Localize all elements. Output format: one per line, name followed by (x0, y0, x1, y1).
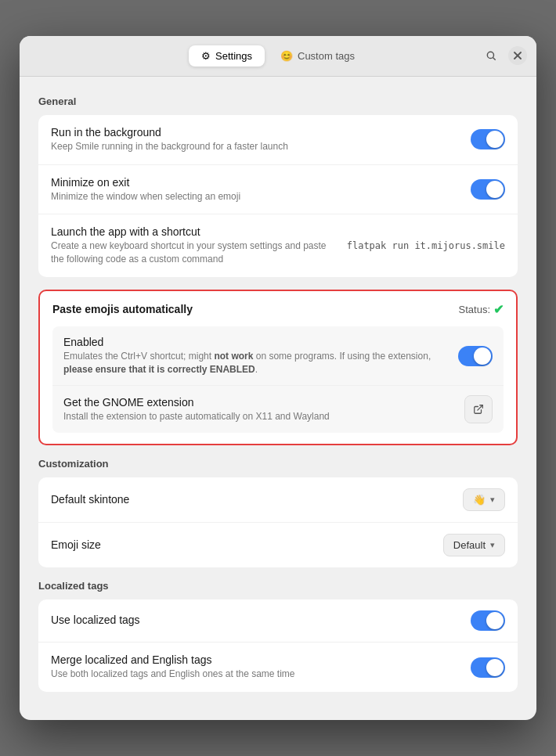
enabled-row: Enabled Emulates the Ctrl+V shortcut; mi… (52, 326, 504, 387)
emoji-size-text: Emoji size (51, 538, 443, 553)
gnome-extension-row: Get the GNOME extension Install the exte… (52, 386, 504, 433)
paste-title: Paste emojis automatically (52, 303, 193, 315)
merge-tags-text: Merge localized and English tags Use bot… (51, 653, 471, 681)
titlebar-actions (480, 45, 527, 67)
customization-card: Default skintone 👋 ▾ Emoji size Default … (38, 477, 518, 567)
minimize-exit-text: Minimize on exit Minimize the window whe… (51, 176, 471, 203)
shortcut-code: flatpak run it.mijorus.smile (347, 240, 505, 251)
emoji-size-label: Default (453, 539, 486, 551)
localized-section-title: Localized tags (38, 580, 518, 592)
use-localized-title: Use localized tags (51, 614, 458, 626)
skintone-dropdown-button[interactable]: 👋 ▾ (463, 488, 505, 511)
launch-shortcut-title: Launch the app with a shortcut (51, 225, 334, 238)
use-localized-row: Use localized tags (38, 599, 518, 643)
status-label: Status: (459, 304, 490, 315)
launch-shortcut-text: Launch the app with a shortcut Create a … (51, 225, 347, 266)
merge-tags-row: Merge localized and English tags Use bot… (38, 643, 518, 692)
run-background-desc: Keep Smile running in the background for… (51, 140, 458, 153)
custom-tags-tab-label: Custom tags (298, 50, 355, 62)
run-background-toggle[interactable] (471, 129, 505, 149)
minimize-exit-row: Minimize on exit Minimize the window whe… (38, 165, 518, 215)
use-localized-toggle[interactable] (471, 610, 505, 631)
general-card: Run in the background Keep Smile running… (38, 115, 518, 277)
launch-shortcut-desc: Create a new keyboard shortcut in your s… (51, 239, 334, 266)
status-check-icon: ✔ (493, 302, 504, 317)
paste-section: Paste emojis automatically Status: ✔ Ena… (38, 290, 518, 446)
emoji-size-title: Emoji size (51, 538, 431, 551)
emoji-size-row: Emoji size Default ▾ (38, 523, 518, 567)
gnome-extension-desc: Install the extension to paste automatic… (63, 410, 452, 423)
launch-shortcut-row: Launch the app with a shortcut Create a … (38, 214, 518, 277)
emoji-size-chevron-icon: ▾ (490, 540, 495, 550)
titlebar: ⚙ Settings 😊 Custom tags (20, 36, 536, 77)
paste-header: Paste emojis automatically Status: ✔ (52, 302, 504, 317)
skintone-text: Default skintone (51, 493, 463, 507)
tab-group: ⚙ Settings 😊 Custom tags (189, 45, 367, 67)
content-area: General Run in the background Keep Smile… (20, 77, 536, 721)
merge-tags-title: Merge localized and English tags (51, 653, 458, 666)
enabled-desc: Emulates the Ctrl+V shortcut; might not … (63, 350, 446, 376)
general-section-title: General (38, 95, 518, 107)
merge-tags-toggle[interactable] (471, 657, 505, 678)
skintone-row: Default skintone 👋 ▾ (38, 477, 518, 523)
app-window: ⚙ Settings 😊 Custom tags (20, 36, 536, 721)
settings-tab-label: Settings (215, 50, 252, 62)
svg-line-4 (478, 405, 482, 410)
minimize-exit-title: Minimize on exit (51, 176, 458, 189)
minimize-exit-desc: Minimize the window when selecting an em… (51, 190, 458, 203)
search-button[interactable] (480, 45, 502, 67)
svg-line-1 (493, 58, 496, 60)
run-background-row: Run in the background Keep Smile running… (38, 115, 518, 165)
status-badge: Status: ✔ (459, 302, 504, 317)
gnome-extension-text: Get the GNOME extension Install the exte… (63, 396, 464, 423)
gnome-extension-title: Get the GNOME extension (63, 396, 452, 409)
emoji-size-dropdown-button[interactable]: Default ▾ (443, 534, 505, 556)
paste-inner-card: Enabled Emulates the Ctrl+V shortcut; mi… (52, 326, 504, 434)
enabled-toggle[interactable] (458, 346, 493, 366)
localized-tags-card: Use localized tags Merge localized and E… (38, 599, 518, 692)
customization-section-title: Customization (38, 458, 518, 470)
enabled-title: Enabled (63, 336, 446, 348)
tab-custom-tags[interactable]: 😊 Custom tags (268, 45, 367, 67)
run-background-text: Run in the background Keep Smile running… (51, 126, 471, 153)
skintone-emoji: 👋 (473, 494, 486, 506)
run-background-title: Run in the background (51, 126, 458, 139)
use-localized-text: Use localized tags (51, 614, 471, 628)
tab-settings[interactable]: ⚙ Settings (189, 45, 265, 67)
merge-tags-desc: Use both localized tags and English ones… (51, 668, 458, 681)
gnome-extension-arrow-button[interactable] (464, 395, 493, 423)
skintone-title: Default skintone (51, 493, 450, 506)
custom-tags-tab-icon: 😊 (280, 50, 293, 62)
enabled-text: Enabled Emulates the Ctrl+V shortcut; mi… (63, 336, 458, 376)
minimize-exit-toggle[interactable] (471, 179, 505, 200)
settings-tab-icon: ⚙ (201, 50, 211, 62)
close-button[interactable] (508, 46, 527, 65)
skintone-chevron-icon: ▾ (490, 495, 495, 505)
